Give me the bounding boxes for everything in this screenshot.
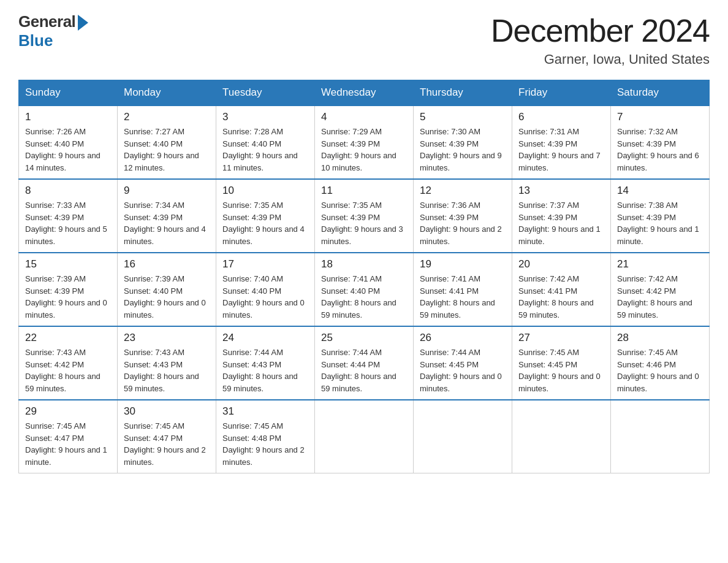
calendar-week-row: 29Sunrise: 7:45 AMSunset: 4:47 PMDayligh…: [19, 400, 710, 473]
day-number: 1: [25, 111, 111, 123]
day-info: Sunrise: 7:45 AMSunset: 4:48 PMDaylight:…: [222, 420, 308, 468]
day-info: Sunrise: 7:35 AMSunset: 4:39 PMDaylight:…: [222, 199, 308, 247]
day-info: Sunrise: 7:31 AMSunset: 4:39 PMDaylight:…: [518, 126, 604, 174]
calendar-day-cell: 29Sunrise: 7:45 AMSunset: 4:47 PMDayligh…: [19, 400, 118, 473]
calendar-day-cell: 2Sunrise: 7:27 AMSunset: 4:40 PMDaylight…: [118, 105, 216, 179]
calendar-day-cell: 8Sunrise: 7:33 AMSunset: 4:39 PMDaylight…: [19, 179, 118, 253]
day-number: 27: [518, 332, 604, 344]
day-number: 31: [222, 405, 308, 418]
day-info: Sunrise: 7:28 AMSunset: 4:40 PMDaylight:…: [222, 126, 308, 174]
day-number: 17: [222, 258, 308, 270]
day-number: 20: [518, 258, 604, 270]
calendar-day-cell: 4Sunrise: 7:29 AMSunset: 4:39 PMDaylight…: [315, 105, 414, 179]
day-number: 24: [222, 332, 308, 344]
calendar-day-cell: 28Sunrise: 7:45 AMSunset: 4:46 PMDayligh…: [611, 326, 710, 400]
col-sunday: Sunday: [19, 80, 118, 106]
calendar-day-cell: 30Sunrise: 7:45 AMSunset: 4:47 PMDayligh…: [118, 400, 216, 473]
day-info: Sunrise: 7:45 AMSunset: 4:46 PMDaylight:…: [617, 347, 703, 394]
day-number: 4: [321, 111, 407, 123]
day-info: Sunrise: 7:37 AMSunset: 4:39 PMDaylight:…: [518, 199, 604, 247]
day-info: Sunrise: 7:36 AMSunset: 4:39 PMDaylight:…: [420, 199, 506, 247]
day-number: 10: [222, 185, 308, 197]
title-block: December 2024 Garner, Iowa, United State…: [491, 12, 710, 67]
calendar-day-cell: 25Sunrise: 7:44 AMSunset: 4:44 PMDayligh…: [315, 326, 414, 400]
day-info: Sunrise: 7:42 AMSunset: 4:41 PMDaylight:…: [518, 273, 604, 321]
day-number: 16: [124, 258, 210, 270]
location-title: Garner, Iowa, United States: [491, 52, 710, 67]
day-info: Sunrise: 7:39 AMSunset: 4:39 PMDaylight:…: [25, 273, 111, 321]
day-info: Sunrise: 7:38 AMSunset: 4:39 PMDaylight:…: [617, 199, 703, 247]
day-number: 29: [25, 405, 111, 418]
day-number: 26: [420, 332, 506, 344]
calendar-week-row: 1Sunrise: 7:26 AMSunset: 4:40 PMDaylight…: [19, 105, 710, 179]
calendar-day-cell: 14Sunrise: 7:38 AMSunset: 4:39 PMDayligh…: [611, 179, 710, 253]
calendar-day-cell: 19Sunrise: 7:41 AMSunset: 4:41 PMDayligh…: [414, 253, 512, 326]
month-title: December 2024: [491, 12, 710, 49]
calendar-day-cell: [414, 400, 512, 473]
calendar-day-cell: 15Sunrise: 7:39 AMSunset: 4:39 PMDayligh…: [19, 253, 118, 326]
day-number: 22: [25, 332, 111, 344]
logo-blue-text: Blue: [18, 31, 53, 50]
day-number: 12: [420, 185, 506, 197]
calendar-day-cell: 21Sunrise: 7:42 AMSunset: 4:42 PMDayligh…: [611, 253, 710, 326]
logo: General Blue: [18, 12, 88, 50]
day-info: Sunrise: 7:45 AMSunset: 4:47 PMDaylight:…: [25, 420, 111, 468]
calendar-day-cell: 9Sunrise: 7:34 AMSunset: 4:39 PMDaylight…: [118, 179, 216, 253]
day-number: 13: [518, 185, 604, 197]
col-monday: Monday: [118, 80, 216, 106]
day-info: Sunrise: 7:44 AMSunset: 4:44 PMDaylight:…: [321, 347, 407, 394]
calendar-day-cell: 6Sunrise: 7:31 AMSunset: 4:39 PMDaylight…: [512, 105, 611, 179]
col-wednesday: Wednesday: [315, 80, 414, 106]
calendar-day-cell: 20Sunrise: 7:42 AMSunset: 4:41 PMDayligh…: [512, 253, 611, 326]
day-info: Sunrise: 7:45 AMSunset: 4:45 PMDaylight:…: [518, 347, 604, 394]
calendar-day-cell: [315, 400, 414, 473]
day-info: Sunrise: 7:44 AMSunset: 4:45 PMDaylight:…: [420, 347, 506, 394]
day-info: Sunrise: 7:29 AMSunset: 4:39 PMDaylight:…: [321, 126, 407, 174]
day-info: Sunrise: 7:44 AMSunset: 4:43 PMDaylight:…: [222, 347, 308, 394]
calendar-day-cell: 5Sunrise: 7:30 AMSunset: 4:39 PMDaylight…: [414, 105, 512, 179]
calendar-body: 1Sunrise: 7:26 AMSunset: 4:40 PMDaylight…: [19, 105, 710, 473]
col-friday: Friday: [512, 80, 611, 106]
day-number: 18: [321, 258, 407, 270]
calendar-day-cell: 18Sunrise: 7:41 AMSunset: 4:40 PMDayligh…: [315, 253, 414, 326]
day-info: Sunrise: 7:39 AMSunset: 4:40 PMDaylight:…: [124, 273, 210, 321]
day-info: Sunrise: 7:41 AMSunset: 4:41 PMDaylight:…: [420, 273, 506, 321]
day-number: 7: [617, 111, 703, 123]
col-saturday: Saturday: [611, 80, 710, 106]
calendar-day-cell: 17Sunrise: 7:40 AMSunset: 4:40 PMDayligh…: [216, 253, 315, 326]
day-info: Sunrise: 7:32 AMSunset: 4:39 PMDaylight:…: [617, 126, 703, 174]
calendar-day-cell: [512, 400, 611, 473]
calendar-day-cell: 31Sunrise: 7:45 AMSunset: 4:48 PMDayligh…: [216, 400, 315, 473]
day-info: Sunrise: 7:42 AMSunset: 4:42 PMDaylight:…: [617, 273, 703, 321]
day-number: 15: [25, 258, 111, 270]
day-number: 14: [617, 185, 703, 197]
day-number: 23: [124, 332, 210, 344]
day-info: Sunrise: 7:30 AMSunset: 4:39 PMDaylight:…: [420, 126, 506, 174]
calendar-week-row: 15Sunrise: 7:39 AMSunset: 4:39 PMDayligh…: [19, 253, 710, 326]
day-info: Sunrise: 7:43 AMSunset: 4:43 PMDaylight:…: [124, 347, 210, 394]
day-info: Sunrise: 7:34 AMSunset: 4:39 PMDaylight:…: [124, 199, 210, 247]
day-number: 8: [25, 185, 111, 197]
calendar-day-cell: 23Sunrise: 7:43 AMSunset: 4:43 PMDayligh…: [118, 326, 216, 400]
calendar-day-cell: 26Sunrise: 7:44 AMSunset: 4:45 PMDayligh…: [414, 326, 512, 400]
day-number: 2: [124, 111, 210, 123]
day-info: Sunrise: 7:26 AMSunset: 4:40 PMDaylight:…: [25, 126, 111, 174]
day-number: 3: [222, 111, 308, 123]
day-info: Sunrise: 7:33 AMSunset: 4:39 PMDaylight:…: [25, 199, 111, 247]
day-number: 6: [518, 111, 604, 123]
day-info: Sunrise: 7:35 AMSunset: 4:39 PMDaylight:…: [321, 199, 407, 247]
calendar-day-cell: 24Sunrise: 7:44 AMSunset: 4:43 PMDayligh…: [216, 326, 315, 400]
day-number: 25: [321, 332, 407, 344]
calendar-day-cell: 7Sunrise: 7:32 AMSunset: 4:39 PMDaylight…: [611, 105, 710, 179]
calendar-day-cell: 10Sunrise: 7:35 AMSunset: 4:39 PMDayligh…: [216, 179, 315, 253]
day-number: 5: [420, 111, 506, 123]
day-number: 30: [124, 405, 210, 418]
day-number: 21: [617, 258, 703, 270]
col-thursday: Thursday: [414, 80, 512, 106]
calendar-day-cell: [611, 400, 710, 473]
calendar-day-cell: 27Sunrise: 7:45 AMSunset: 4:45 PMDayligh…: [512, 326, 611, 400]
calendar-day-cell: 22Sunrise: 7:43 AMSunset: 4:42 PMDayligh…: [19, 326, 118, 400]
page-header: General Blue December 2024 Garner, Iowa,…: [18, 12, 710, 67]
day-info: Sunrise: 7:43 AMSunset: 4:42 PMDaylight:…: [25, 347, 111, 394]
day-info: Sunrise: 7:40 AMSunset: 4:40 PMDaylight:…: [222, 273, 308, 321]
